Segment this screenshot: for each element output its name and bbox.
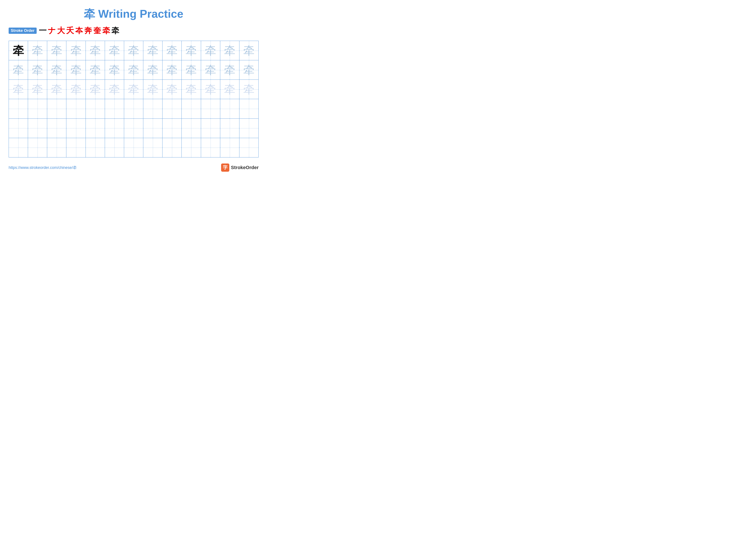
grid-cell-4-4[interactable]: [86, 119, 105, 138]
cell-char-1-0: 牵: [13, 64, 24, 76]
cell-char-1-9: 牵: [186, 64, 197, 76]
grid-cell-0-2[interactable]: 牵: [47, 41, 67, 60]
grid-cell-2-3[interactable]: 牵: [67, 80, 86, 99]
stroke-3: 大: [57, 25, 65, 36]
grid-cell-1-6[interactable]: 牵: [124, 60, 143, 80]
cell-char-0-0: 牵: [13, 45, 24, 56]
grid-cell-4-6[interactable]: [124, 119, 143, 138]
grid-cell-3-10[interactable]: [201, 99, 220, 118]
grid-cell-1-3[interactable]: 牵: [67, 60, 86, 80]
grid-cell-2-12[interactable]: 牵: [239, 80, 258, 99]
grid-cell-0-11[interactable]: 牵: [220, 41, 239, 60]
grid-cell-3-8[interactable]: [162, 99, 182, 118]
grid-cell-1-12[interactable]: 牵: [239, 60, 258, 80]
footer: https://www.strokeorder.com/chinese/牵 字 …: [9, 164, 258, 172]
grid-cell-2-1[interactable]: 牵: [28, 80, 47, 99]
grid-cell-2-4[interactable]: 牵: [86, 80, 105, 99]
grid-cell-4-2[interactable]: [47, 119, 67, 138]
grid-cell-3-12[interactable]: [239, 99, 258, 118]
grid-cell-0-1[interactable]: 牵: [28, 41, 47, 60]
grid-cell-2-11[interactable]: 牵: [220, 80, 239, 99]
grid-cell-4-3[interactable]: [67, 119, 86, 138]
grid-cell-0-7[interactable]: 牵: [143, 41, 162, 60]
grid-cell-2-7[interactable]: 牵: [143, 80, 162, 99]
cell-char-0-7: 牵: [147, 45, 158, 56]
grid-cell-4-8[interactable]: [162, 119, 182, 138]
grid-cell-5-4[interactable]: [86, 138, 105, 157]
stroke-order-chars: 一 ナ 大 夭 夲 奔 奎 牵 牵: [39, 25, 119, 36]
grid-cell-5-11[interactable]: [220, 138, 239, 157]
grid-cell-4-12[interactable]: [239, 119, 258, 138]
grid-cell-1-0[interactable]: 牵: [9, 60, 28, 80]
grid-cell-0-10[interactable]: 牵: [201, 41, 220, 60]
grid-cell-3-9[interactable]: [182, 99, 201, 118]
grid-cell-4-9[interactable]: [182, 119, 201, 138]
grid-cell-3-11[interactable]: [220, 99, 239, 118]
grid-cell-1-4[interactable]: 牵: [86, 60, 105, 80]
grid-cell-4-1[interactable]: [28, 119, 47, 138]
grid-cell-3-5[interactable]: [105, 99, 124, 118]
grid-cell-1-9[interactable]: 牵: [182, 60, 201, 80]
grid-cell-5-1[interactable]: [28, 138, 47, 157]
grid-cell-2-8[interactable]: 牵: [162, 80, 182, 99]
grid-cell-3-2[interactable]: [47, 99, 67, 118]
grid-cell-0-4[interactable]: 牵: [86, 41, 105, 60]
grid-cell-3-7[interactable]: [143, 99, 162, 118]
grid-cell-5-7[interactable]: [143, 138, 162, 157]
grid-cell-4-7[interactable]: [143, 119, 162, 138]
grid-cell-4-5[interactable]: [105, 119, 124, 138]
grid-cell-3-0[interactable]: [9, 99, 28, 118]
grid-cell-4-11[interactable]: [220, 119, 239, 138]
stroke-order-badge: Stroke Order: [9, 28, 37, 34]
grid-cell-2-10[interactable]: 牵: [201, 80, 220, 99]
grid-cell-5-5[interactable]: [105, 138, 124, 157]
grid-cell-2-6[interactable]: 牵: [124, 80, 143, 99]
grid-cell-0-3[interactable]: 牵: [67, 41, 86, 60]
grid-cell-2-2[interactable]: 牵: [47, 80, 67, 99]
grid-cell-5-10[interactable]: [201, 138, 220, 157]
cell-char-1-10: 牵: [205, 64, 216, 76]
cell-char-0-8: 牵: [166, 45, 177, 56]
grid-cell-2-5[interactable]: 牵: [105, 80, 124, 99]
grid-cell-5-12[interactable]: [239, 138, 258, 157]
grid-cell-4-10[interactable]: [201, 119, 220, 138]
cell-char-2-9: 牵: [186, 84, 197, 95]
grid-cell-0-5[interactable]: 牵: [105, 41, 124, 60]
grid-cell-2-0[interactable]: 牵: [9, 80, 28, 99]
grid-cell-3-3[interactable]: [67, 99, 86, 118]
grid-row-1: 牵牵牵牵牵牵牵牵牵牵牵牵牵: [9, 60, 258, 80]
grid-cell-5-0[interactable]: [9, 138, 28, 157]
stroke-8: 牵: [102, 25, 110, 36]
grid-cell-5-6[interactable]: [124, 138, 143, 157]
stroke-6: 奔: [84, 25, 92, 36]
grid-cell-1-1[interactable]: 牵: [28, 60, 47, 80]
stroke-1: 一: [39, 25, 46, 36]
grid-cell-0-6[interactable]: 牵: [124, 41, 143, 60]
grid-cell-1-5[interactable]: 牵: [105, 60, 124, 80]
cell-char-1-12: 牵: [243, 64, 255, 76]
grid-cell-0-0[interactable]: 牵: [9, 41, 28, 60]
grid-cell-5-3[interactable]: [67, 138, 86, 157]
grid-cell-4-0[interactable]: [9, 119, 28, 138]
practice-grid: 牵牵牵牵牵牵牵牵牵牵牵牵牵牵牵牵牵牵牵牵牵牵牵牵牵牵牵牵牵牵牵牵牵牵牵牵牵牵牵: [9, 41, 258, 158]
grid-cell-0-12[interactable]: 牵: [239, 41, 258, 60]
grid-cell-1-11[interactable]: 牵: [220, 60, 239, 80]
cell-char-2-11: 牵: [224, 84, 235, 95]
grid-cell-1-2[interactable]: 牵: [47, 60, 67, 80]
grid-cell-1-7[interactable]: 牵: [143, 60, 162, 80]
grid-cell-3-4[interactable]: [86, 99, 105, 118]
grid-row-5: [9, 138, 258, 157]
grid-cell-1-10[interactable]: 牵: [201, 60, 220, 80]
grid-cell-0-9[interactable]: 牵: [182, 41, 201, 60]
grid-cell-3-6[interactable]: [124, 99, 143, 118]
stroke-order-row: Stroke Order 一 ナ 大 夭 夲 奔 奎 牵 牵: [9, 25, 258, 36]
cell-char-0-5: 牵: [109, 45, 120, 56]
grid-cell-3-1[interactable]: [28, 99, 47, 118]
stroke-4: 夭: [66, 25, 74, 36]
grid-cell-2-9[interactable]: 牵: [182, 80, 201, 99]
grid-cell-5-2[interactable]: [47, 138, 67, 157]
grid-cell-5-9[interactable]: [182, 138, 201, 157]
grid-cell-1-8[interactable]: 牵: [162, 60, 182, 80]
grid-cell-5-8[interactable]: [162, 138, 182, 157]
grid-cell-0-8[interactable]: 牵: [162, 41, 182, 60]
